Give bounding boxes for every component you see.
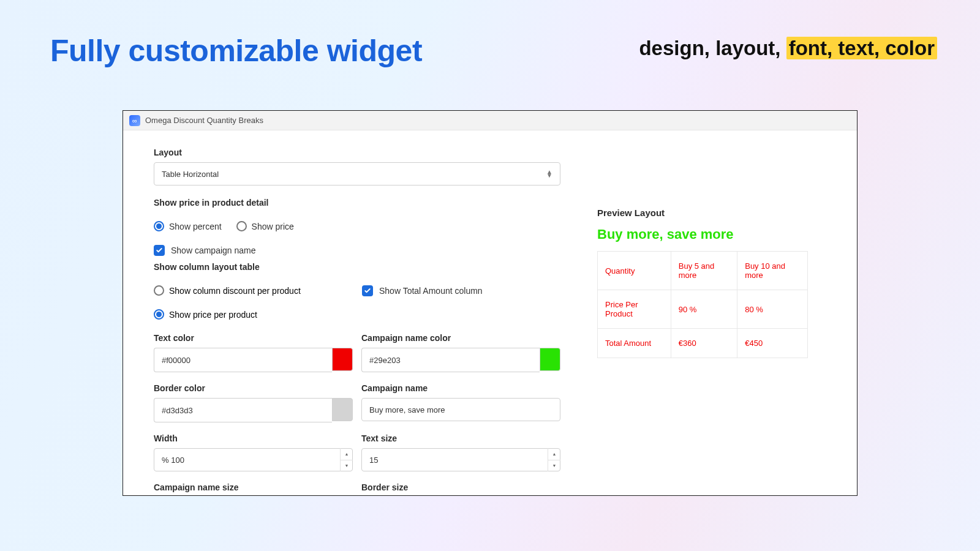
border-size-label: Border size xyxy=(361,482,560,492)
width-input[interactable]: % 100 xyxy=(154,448,353,471)
checkbox-checked-icon xyxy=(362,285,373,296)
table-row: Quantity Buy 5 and more Buy 10 and more xyxy=(598,252,808,290)
table-cell: Price Per Product xyxy=(598,290,671,329)
radio-selected-icon xyxy=(154,309,164,320)
radio-icon xyxy=(154,285,164,296)
table-cell: Total Amount xyxy=(598,329,671,358)
campaign-color-input[interactable]: #29e203 xyxy=(361,348,540,372)
preview-campaign-name: Buy more, save more xyxy=(597,227,839,242)
layout-select-value: Table Horizontal xyxy=(162,170,219,179)
window-body: Layout Table Horizontal ▲▼ Show price in… xyxy=(123,130,857,495)
show-price-option[interactable]: Show price xyxy=(236,221,294,231)
show-percent-option[interactable]: Show percent xyxy=(154,221,222,231)
show-percent-label: Show percent xyxy=(169,222,222,231)
page-background: Fully customizable widget design, layout… xyxy=(0,0,980,551)
show-total-amount-label: Show Total Amount column xyxy=(379,286,483,296)
show-total-amount-checkbox[interactable]: Show Total Amount column xyxy=(362,285,483,296)
table-row: Price Per Product 90 % 80 % xyxy=(598,290,808,329)
preview-table: Quantity Buy 5 and more Buy 10 and more … xyxy=(597,251,808,358)
text-color-swatch[interactable] xyxy=(332,348,353,371)
campaign-color-swatch[interactable] xyxy=(540,348,560,371)
text-color-input[interactable]: #f00000 xyxy=(154,348,332,372)
layout-label: Layout xyxy=(154,148,560,157)
border-color-input[interactable]: #d3d3d3 xyxy=(154,398,332,422)
table-header: Quantity xyxy=(598,252,671,290)
col-discount-option[interactable]: Show column discount per product xyxy=(154,285,362,296)
table-cell: 80 % xyxy=(737,290,808,329)
chevron-up-icon: ▲ xyxy=(548,448,560,460)
text-size-stepper[interactable]: ▲▼ xyxy=(548,448,560,471)
border-color-label: Border color xyxy=(154,383,353,393)
app-icon: ∞ xyxy=(129,115,140,126)
table-cell: 90 % xyxy=(671,290,737,329)
campaign-color-label: Campaign name color xyxy=(361,333,560,343)
price-display-radio-group: Show percent Show price xyxy=(154,221,560,231)
chevron-updown-icon: ▲▼ xyxy=(546,170,552,178)
preview-title: Preview Layout xyxy=(597,208,839,218)
table-header: Buy 10 and more xyxy=(737,252,808,290)
campaign-name-label: Campaign name xyxy=(361,383,560,393)
campaign-size-label: Campaign name size xyxy=(154,482,353,492)
width-label: Width xyxy=(154,433,353,443)
table-cell: €360 xyxy=(671,329,737,358)
hero-subtitle-highlight: font, text, color xyxy=(786,37,937,59)
settings-form: Layout Table Horizontal ▲▼ Show price in… xyxy=(123,130,579,495)
price-per-product-option[interactable]: Show price per product xyxy=(154,309,362,320)
preview-pane: Preview Layout Buy more, save more Quant… xyxy=(579,130,857,495)
hero-subtitle: design, layout, font, text, color xyxy=(639,37,937,60)
table-header: Buy 5 and more xyxy=(671,252,737,290)
checkbox-checked-icon xyxy=(154,245,165,256)
window-titlebar: ∞ Omega Discount Quantity Breaks xyxy=(123,111,857,130)
chevron-up-icon: ▲ xyxy=(341,448,353,460)
text-color-label: Text color xyxy=(154,333,353,343)
radio-selected-icon xyxy=(154,221,164,231)
show-price-label: Show price xyxy=(252,222,294,231)
table-row: Total Amount €360 €450 xyxy=(598,329,808,358)
chevron-down-icon: ▼ xyxy=(548,460,560,472)
show-campaign-name-label: Show campaign name xyxy=(171,246,256,255)
width-stepper[interactable]: ▲▼ xyxy=(340,448,353,471)
col-discount-label: Show column discount per product xyxy=(169,286,301,296)
text-size-label: Text size xyxy=(361,433,560,443)
hero-title: Fully customizable widget xyxy=(50,33,422,69)
app-name: Omega Discount Quantity Breaks xyxy=(145,116,263,125)
table-cell: €450 xyxy=(737,329,808,358)
text-size-input[interactable]: 15 xyxy=(361,448,560,471)
campaign-name-input[interactable]: Buy more, save more xyxy=(361,398,560,421)
show-campaign-name-checkbox[interactable]: Show campaign name xyxy=(154,245,560,256)
hero-subtitle-pre: design, layout, xyxy=(639,37,786,59)
show-price-section-label: Show price in product detail xyxy=(154,198,560,208)
column-layout-section-label: Show column layout table xyxy=(154,262,560,272)
price-per-product-label: Show price per product xyxy=(169,310,257,320)
radio-icon xyxy=(236,221,247,231)
chevron-down-icon: ▼ xyxy=(341,460,353,472)
layout-select[interactable]: Table Horizontal ▲▼ xyxy=(154,162,560,186)
app-window: ∞ Omega Discount Quantity Breaks Layout … xyxy=(123,110,858,496)
border-color-swatch[interactable] xyxy=(332,398,353,421)
